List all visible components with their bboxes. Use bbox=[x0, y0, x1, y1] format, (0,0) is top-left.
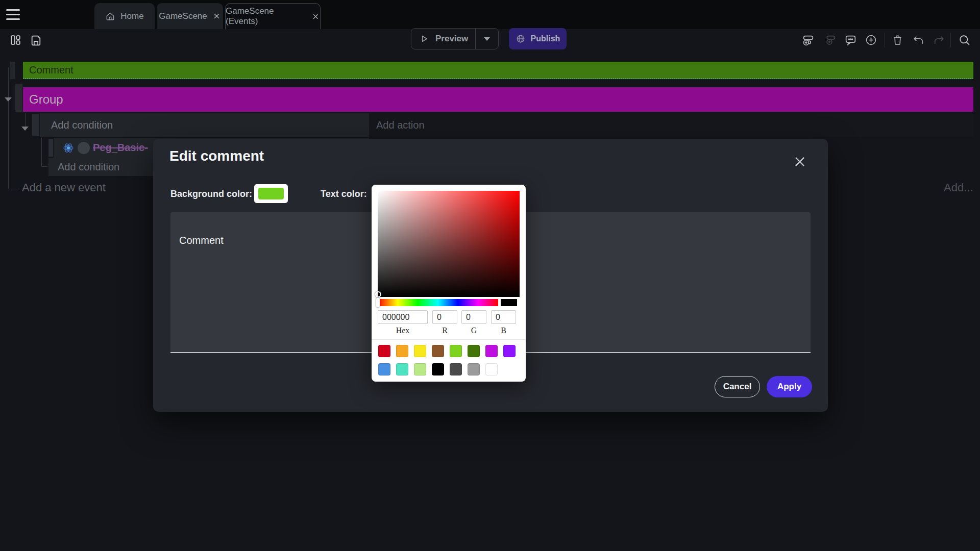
tree-line bbox=[8, 189, 19, 189]
add-action-label: Add action bbox=[369, 119, 425, 131]
tab-label: GameScene bbox=[159, 11, 207, 21]
app-window: Home GameScene GameScene (Events) Previe… bbox=[0, 0, 980, 551]
button-divider bbox=[475, 28, 476, 49]
play-icon bbox=[419, 34, 429, 44]
b-input[interactable] bbox=[491, 310, 516, 324]
cancel-button[interactable]: Cancel bbox=[715, 376, 760, 397]
preset-swatch-row bbox=[378, 345, 524, 357]
color-swatch[interactable] bbox=[378, 363, 390, 375]
save-icon[interactable] bbox=[30, 34, 42, 46]
r-label: R bbox=[432, 326, 457, 335]
g-input[interactable] bbox=[461, 310, 486, 324]
comment-text: Comment bbox=[23, 64, 74, 76]
publish-button[interactable]: Publish bbox=[509, 28, 567, 49]
drag-handle[interactable] bbox=[32, 114, 39, 136]
tab-label: Home bbox=[120, 11, 143, 21]
text-color-label: Text color: bbox=[321, 189, 367, 199]
color-swatch[interactable] bbox=[485, 345, 498, 357]
tree-line bbox=[8, 67, 9, 189]
hex-input[interactable] bbox=[378, 310, 428, 324]
color-swatch[interactable] bbox=[468, 363, 480, 375]
current-color-preview bbox=[501, 299, 517, 306]
color-swatch[interactable] bbox=[450, 363, 462, 375]
color-swatch[interactable] bbox=[468, 345, 480, 357]
close-icon[interactable] bbox=[212, 12, 221, 20]
tab-label: GameScene (Events) bbox=[226, 6, 306, 27]
g-label: G bbox=[461, 326, 486, 335]
collapse-arrow-icon[interactable] bbox=[21, 127, 29, 131]
close-icon[interactable] bbox=[792, 154, 807, 169]
hex-label: Hex bbox=[378, 326, 428, 335]
object-thumbnail bbox=[78, 142, 90, 154]
add-comment-icon[interactable] bbox=[844, 34, 857, 46]
color-swatch[interactable] bbox=[396, 363, 408, 375]
background-color-swatch[interactable] bbox=[254, 184, 288, 203]
color-swatch[interactable] bbox=[414, 345, 426, 357]
tree-line bbox=[41, 138, 42, 167]
search-icon[interactable] bbox=[958, 34, 971, 46]
hue-slider-handle[interactable] bbox=[376, 298, 380, 307]
preset-swatch-row bbox=[378, 363, 524, 375]
add-more-link[interactable]: Add... bbox=[944, 181, 973, 194]
add-condition-label: Add condition bbox=[40, 119, 113, 131]
color-picker-popup: Hex R G B bbox=[372, 185, 526, 382]
globe-icon bbox=[516, 34, 526, 44]
add-subevent-icon[interactable] bbox=[824, 34, 837, 46]
tab-gamescene-events[interactable]: GameScene (Events) bbox=[225, 3, 321, 29]
tab-home[interactable]: Home bbox=[94, 3, 155, 29]
background-color-label: Background color: bbox=[170, 189, 252, 199]
add-condition-row[interactable]: Add condition bbox=[40, 113, 369, 137]
add-action-row[interactable]: Add action bbox=[369, 113, 973, 137]
undo-icon[interactable] bbox=[912, 34, 925, 46]
color-swatch[interactable] bbox=[396, 345, 408, 357]
behavior-atom-icon bbox=[62, 142, 75, 154]
saturation-pointer[interactable] bbox=[375, 291, 381, 297]
event-group[interactable]: Group bbox=[23, 87, 973, 112]
toolbar-divider bbox=[885, 33, 885, 47]
layout-panels-icon[interactable] bbox=[9, 34, 22, 46]
preview-label: Preview bbox=[435, 34, 468, 44]
close-icon[interactable] bbox=[311, 12, 320, 21]
object-name: Peg_Basic- bbox=[93, 142, 148, 154]
b-label: B bbox=[491, 326, 516, 335]
publish-label: Publish bbox=[531, 34, 560, 43]
color-swatch[interactable] bbox=[450, 345, 462, 357]
tab-bar: Home GameScene GameScene (Events) bbox=[0, 0, 980, 29]
background-color-chip bbox=[258, 188, 284, 199]
color-swatch[interactable] bbox=[378, 345, 390, 357]
delete-icon[interactable] bbox=[891, 34, 904, 46]
saturation-area[interactable] bbox=[378, 191, 520, 297]
event-comment[interactable]: Comment bbox=[23, 62, 973, 79]
picker-divider bbox=[372, 339, 526, 340]
redo-icon[interactable] bbox=[933, 34, 945, 46]
tab-gamescene[interactable]: GameScene bbox=[157, 3, 223, 29]
color-swatch[interactable] bbox=[432, 363, 444, 375]
dialog-title: Edit comment bbox=[169, 148, 264, 164]
drag-handle[interactable] bbox=[15, 84, 22, 112]
collapse-arrow-icon[interactable] bbox=[5, 97, 12, 102]
home-icon bbox=[105, 11, 115, 21]
r-input[interactable] bbox=[432, 310, 457, 324]
add-event-icon[interactable] bbox=[802, 34, 815, 46]
color-swatch[interactable] bbox=[432, 345, 444, 357]
hue-slider[interactable] bbox=[378, 299, 498, 306]
chevron-down-icon[interactable] bbox=[484, 37, 490, 41]
menu-icon[interactable] bbox=[6, 9, 20, 20]
drag-handle[interactable] bbox=[10, 62, 15, 79]
apply-button[interactable]: Apply bbox=[767, 376, 812, 397]
choose-event-icon[interactable] bbox=[865, 34, 877, 46]
add-condition-label: Add condition bbox=[48, 161, 119, 173]
add-new-event-link[interactable]: Add a new event bbox=[22, 181, 106, 194]
toolbar-divider bbox=[950, 33, 951, 47]
color-swatch[interactable] bbox=[503, 345, 516, 357]
group-text: Group bbox=[23, 92, 63, 107]
color-swatch[interactable] bbox=[485, 363, 498, 375]
tree-line bbox=[41, 166, 47, 167]
color-swatch[interactable] bbox=[414, 363, 426, 375]
preview-button[interactable]: Preview bbox=[411, 28, 499, 49]
drag-handle[interactable] bbox=[48, 139, 53, 157]
